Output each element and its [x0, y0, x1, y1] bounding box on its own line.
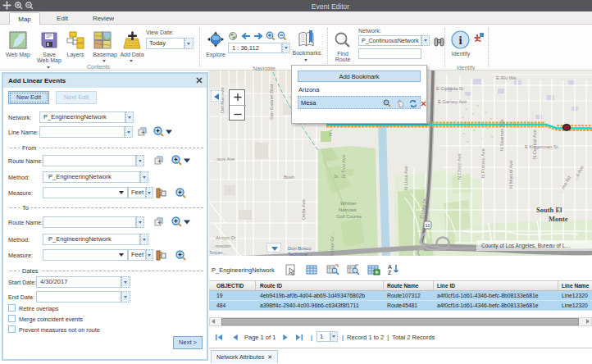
- svg-text:E Kingerman St: E Kingerman St: [525, 144, 558, 149]
- svg-text:Arroyo Dr: Arroyo Dr: [215, 235, 237, 240]
- svg-text:10: 10: [425, 223, 430, 228]
- svg-text:N Lima Ave: N Lima Ave: [403, 166, 408, 190]
- svg-text:N Troy Ave: N Troy Ave: [341, 155, 346, 178]
- svg-text:San Gabriel Blvd: San Gabriel Blvd: [269, 84, 274, 121]
- svg-text:Bush: Bush: [284, 175, 294, 180]
- svg-text:St: St: [334, 174, 339, 179]
- svg-text:E Rio Wa…: E Rio Wa…: [496, 75, 521, 80]
- svg-text:N Marcel Ave: N Marcel Ave: [508, 161, 513, 189]
- svg-text:E Garvey Ave: E Garvey Ave: [438, 99, 467, 104]
- svg-text:…wos Ave: …wos Ave: [212, 157, 235, 162]
- svg-text:Toscan…: Toscan…: [209, 250, 227, 255]
- svg-text:N Potrero Ave: N Potrero Ave: [480, 148, 485, 178]
- svg-text:Narrows: Narrows: [339, 207, 357, 212]
- svg-text:N Chico Ave: N Chico Ave: [457, 153, 462, 180]
- svg-text:Z: Z: [388, 270, 392, 275]
- svg-text:N L…: N L…: [328, 124, 333, 136]
- svg-text:Don Bosco: Don Bosco: [288, 246, 311, 251]
- svg-text:South El: South El: [536, 206, 562, 214]
- svg-text:…nnection: …nnection: [211, 243, 231, 248]
- svg-text:N Seaman Ave: N Seaman Ave: [499, 119, 504, 151]
- svg-text:E Cortada St: E Cortada St: [436, 86, 464, 91]
- svg-text:Technical…: Technical…: [288, 252, 312, 256]
- svg-text:i: i: [458, 34, 462, 47]
- svg-text:A: A: [388, 264, 392, 270]
- svg-text:Golf Course: Golf Course: [336, 214, 362, 219]
- svg-text:Whittier: Whittier: [340, 201, 357, 206]
- svg-text:N Central Ave: N Central Ave: [532, 130, 537, 159]
- svg-text:Delta Ave: Delta Ave: [301, 199, 306, 220]
- svg-text:Monte: Monte: [549, 215, 568, 223]
- svg-text:Walnut Gr…: Walnut Gr…: [330, 231, 335, 256]
- svg-text:County of Los Angeles, Bureau: County of Los Angeles, Bureau of L…: [481, 243, 571, 249]
